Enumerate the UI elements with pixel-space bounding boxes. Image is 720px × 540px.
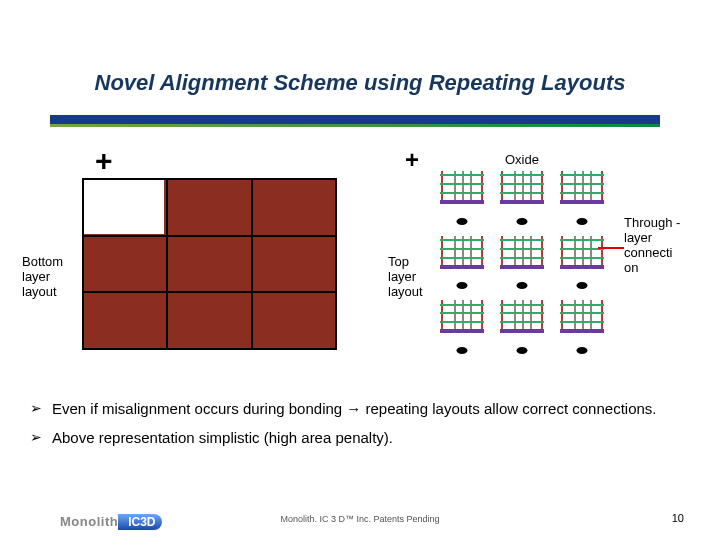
bullet-marker-icon: ➢ (30, 395, 42, 424)
bullet-text: Above representation simplistic (high ar… (52, 424, 393, 453)
through-via-icon (457, 347, 468, 354)
through-via-icon (577, 218, 588, 225)
callout-line (598, 247, 624, 249)
footer-patents: Monolith. IC 3 D™ Inc. Patents Pending (0, 514, 720, 524)
landing-pad (168, 180, 250, 235)
landing-pad (84, 293, 166, 348)
through-via-icon (457, 282, 468, 289)
circuit-cell (497, 235, 547, 288)
through-via-icon (517, 347, 528, 354)
bullet-item: ➢Above representation simplistic (high a… (30, 424, 680, 453)
through-via-icon (577, 347, 588, 354)
alignment-mark-icon: + (405, 148, 419, 172)
circuit-cell (497, 299, 547, 352)
alignment-mark-icon: + (95, 146, 113, 176)
circuit-cell (437, 299, 487, 352)
bullet-text: Even if misalignment occurs during bondi… (52, 395, 656, 424)
slide-title: Novel Alignment Scheme using Repeating L… (0, 70, 720, 96)
bullet-list: ➢Even if misalignment occurs during bond… (30, 395, 680, 452)
circuit-cell (557, 235, 607, 288)
landing-pad (168, 237, 250, 292)
through-via-icon (457, 218, 468, 225)
diagram: + + Oxide Landingpad Bottom layer layout… (0, 140, 720, 370)
bullet-marker-icon: ➢ (30, 424, 42, 453)
page-number: 10 (672, 512, 684, 524)
circuit-cell (437, 235, 487, 288)
landing-pad (84, 237, 166, 292)
top-layer-label: Top layer layout (388, 254, 438, 299)
circuit-cell (557, 170, 607, 223)
landing-pad-whiteout (84, 180, 164, 234)
through-via-icon (517, 218, 528, 225)
bullet-item: ➢Even if misalignment occurs during bond… (30, 395, 680, 424)
circuit-cell (497, 170, 547, 223)
through-via-icon (577, 282, 588, 289)
landing-pad (168, 293, 250, 348)
through-via-icon (517, 282, 528, 289)
top-layer-grid (437, 170, 607, 352)
circuit-cell (557, 299, 607, 352)
oxide-label: Oxide (505, 152, 539, 167)
landing-pad (253, 293, 335, 348)
through-layer-label: Through -layer connecti on (624, 215, 684, 275)
circuit-cell (437, 170, 487, 223)
landing-pad (253, 180, 335, 235)
bottom-layer-label: Bottom layer layout (22, 254, 77, 299)
divider (50, 115, 660, 127)
landing-pad (253, 237, 335, 292)
